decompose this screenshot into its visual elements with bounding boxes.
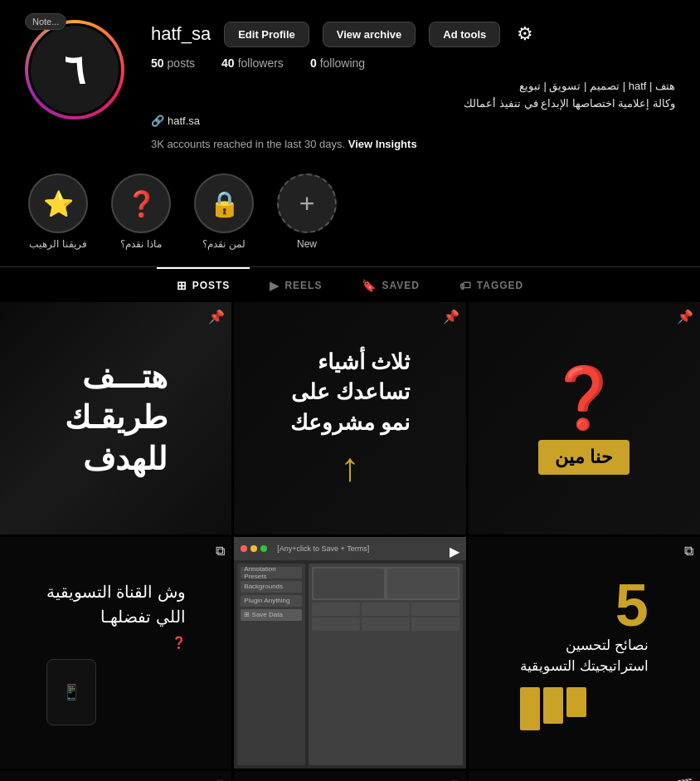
ps-item-4: ⊞ Save Data bbox=[241, 609, 301, 621]
tagged-tab-label: TAGGED bbox=[477, 280, 523, 291]
tab-reels[interactable]: ▶ REELS bbox=[250, 267, 342, 302]
followers-count: 40 bbox=[221, 56, 235, 70]
highlight-label-new: New bbox=[297, 238, 317, 250]
followers-stat[interactable]: 40 followers bbox=[221, 56, 284, 70]
highlight-label-2: ماذا نقدم؟ bbox=[120, 238, 161, 250]
multi-icon-4: ⧉ bbox=[216, 544, 225, 559]
post-3-content: ❓ حنا مين bbox=[538, 302, 630, 534]
avatar: ٦ bbox=[28, 23, 121, 116]
insights-row: 3K accounts reached in the last 30 days.… bbox=[151, 138, 675, 150]
tab-posts[interactable]: ⊞ POSTS bbox=[157, 267, 250, 302]
saved-tab-label: SAVED bbox=[382, 280, 419, 291]
post-1-text: هتـــفطريقـكللهدف bbox=[65, 357, 168, 480]
post-1-inner: هتـــفطريقـكللهدف bbox=[0, 302, 231, 534]
post-9-content: 📢 bbox=[469, 771, 700, 781]
posts-tab-label: POSTS bbox=[192, 280, 231, 291]
multi-icon-9: 🎬 bbox=[677, 778, 693, 781]
post-9-inner: 📢 bbox=[469, 771, 700, 781]
highlight-item-new[interactable]: + New bbox=[274, 173, 340, 250]
post-6-number: 5 bbox=[520, 575, 649, 635]
ps-layers-panel: Annotation Presets Backgrounds Plugin An… bbox=[237, 564, 304, 765]
post-8[interactable]: مستقل mostaql.com ⧉ bbox=[234, 771, 465, 781]
ad-tools-button[interactable]: Ad tools bbox=[429, 22, 500, 47]
followers-label: followers bbox=[238, 56, 284, 70]
post-2-text: ثلاث أشياءتساعدك علىنمو مشروعك bbox=[290, 347, 410, 437]
post-4[interactable]: وش القناة التسويقيةاللي تفضلهـا ❓ 📱 ⧉ bbox=[0, 537, 231, 769]
posts-stat[interactable]: 50 posts bbox=[151, 56, 195, 70]
post-8-content: مستقل mostaql.com bbox=[234, 771, 465, 781]
post-6-graphic bbox=[520, 687, 649, 730]
avatar-ring: ٦ bbox=[25, 20, 124, 120]
highlight-label-1: فريقنا الرهيب bbox=[29, 238, 86, 250]
post-6-text: نصائح لتحسيناستراتيجيتك التسويقية bbox=[520, 635, 649, 677]
posts-label: posts bbox=[168, 56, 195, 70]
post-4-icon: ❓ bbox=[46, 636, 186, 649]
ps-item-1: Annotation Presets bbox=[241, 567, 301, 578]
highlight-circle-1: ⭐ bbox=[28, 173, 88, 233]
post-4-text: وش القناة التسويقيةاللي تفضلهـا bbox=[46, 579, 186, 629]
post-6-content: 5 نصائح لتحسيناستراتيجيتك التسويقية bbox=[507, 537, 662, 769]
note-badge[interactable]: Note... bbox=[25, 13, 66, 30]
username: hatf_sa bbox=[151, 23, 211, 45]
saved-tab-icon: 🔖 bbox=[362, 279, 377, 292]
post-2-arrow: ↑ bbox=[290, 444, 410, 490]
tab-saved[interactable]: 🔖 SAVED bbox=[342, 267, 439, 302]
post-6-inner: 5 نصائح لتحسيناستراتيجيتك التسويقية bbox=[469, 537, 700, 769]
post-5-inner: [Any+click to Save + Terms] Annotation P… bbox=[234, 537, 465, 769]
settings-icon[interactable]: ⚙ bbox=[513, 20, 537, 48]
pin-icon-3: 📌 bbox=[677, 309, 693, 325]
post-6[interactable]: 5 نصائح لتحسيناستراتيجيتك التسويقية ⧉ bbox=[469, 537, 700, 769]
pin-icon-1: 📌 bbox=[208, 309, 225, 325]
highlight-circle-new: + bbox=[277, 173, 337, 233]
profile-header: Note... ٦ hatf_sa Edit Profile View arch… bbox=[0, 0, 700, 164]
stats-row: 50 posts 40 followers 0 following bbox=[151, 56, 675, 70]
highlight-label-3: لمن نقدم؟ bbox=[202, 238, 245, 250]
post-2[interactable]: ثلاث أشياءتساعدك علىنمو مشروعك ↑ 📌 bbox=[234, 302, 465, 534]
bio-line2: وكالة إعلامية اختصاصها الإبداع في تنفيذ … bbox=[151, 95, 675, 113]
ps-filename: [Any+click to Save + Terms] bbox=[277, 544, 369, 553]
following-count: 0 bbox=[310, 56, 317, 70]
post-5-content: [Any+click to Save + Terms] Annotation P… bbox=[234, 537, 465, 769]
post-7-inner: خدمات هتف شريك الاستراتيجيفي نجاح نشاطك … bbox=[0, 771, 231, 781]
post-1[interactable]: هتـــفطريقـكللهدف 📌 bbox=[0, 302, 231, 534]
post-8-inner: مستقل mostaql.com bbox=[234, 771, 465, 781]
post-4-content: وش القناة التسويقيةاللي تفضلهـا ❓ 📱 bbox=[33, 566, 199, 739]
bio-website[interactable]: 🔗 hatf.sa bbox=[151, 113, 675, 130]
post-5[interactable]: [Any+click to Save + Terms] Annotation P… bbox=[234, 537, 465, 769]
tabs-section: ⊞ POSTS ▶ REELS 🔖 SAVED 🏷 TAGGED bbox=[0, 266, 700, 302]
post-3-question: ❓ bbox=[547, 363, 621, 433]
profile-top-row: hatf_sa Edit Profile View archive Ad too… bbox=[151, 20, 675, 48]
avatar-container: Note... ٦ bbox=[25, 20, 124, 120]
following-stat[interactable]: 0 following bbox=[310, 56, 365, 70]
ps-item-3: Plugin Anything bbox=[241, 595, 301, 607]
posts-tab-icon: ⊞ bbox=[177, 279, 187, 292]
ps-toolbar: [Any+click to Save + Terms] bbox=[234, 537, 465, 560]
multi-icon-6: ⧉ bbox=[684, 544, 693, 559]
video-icon-5: ▶ bbox=[450, 544, 459, 559]
posts-grid: هتـــفطريقـكللهدف 📌 ثلاث أشياءتساعدك على… bbox=[0, 302, 700, 781]
highlight-item-2[interactable]: ❓ ماذا نقدم؟ bbox=[108, 173, 174, 250]
post-1-content: هتـــفطريقـكللهدف bbox=[51, 344, 181, 493]
post-3-inner: ❓ حنا مين bbox=[469, 302, 700, 534]
ps-canvas bbox=[309, 564, 463, 765]
post-4-inner: وش القناة التسويقيةاللي تفضلهـا ❓ 📱 bbox=[0, 537, 231, 769]
multi-icon-8: ⧉ bbox=[450, 778, 459, 781]
posts-count: 50 bbox=[151, 56, 164, 70]
highlight-circle-2: ❓ bbox=[111, 173, 171, 233]
tagged-tab-icon: 🏷 bbox=[459, 279, 472, 292]
highlight-item-1[interactable]: ⭐ فريقنا الرهيب bbox=[25, 173, 91, 250]
view-insights-link[interactable]: View Insights bbox=[348, 138, 417, 150]
post-3[interactable]: ❓ حنا مين 📌 bbox=[469, 302, 700, 534]
view-archive-button[interactable]: View archive bbox=[323, 22, 416, 47]
highlight-item-3[interactable]: 🔒 لمن نقدم؟ bbox=[191, 173, 257, 250]
post-3-banner: حنا مين bbox=[538, 440, 630, 475]
bio-section: هتف | hatf | تصميم | تسويق | تبويع وكالة… bbox=[151, 78, 675, 129]
tab-tagged[interactable]: 🏷 TAGGED bbox=[440, 267, 543, 302]
post-9[interactable]: 📢 🎬 bbox=[469, 771, 700, 781]
highlight-circle-3: 🔒 bbox=[194, 173, 254, 233]
ps-panel: Annotation Presets Backgrounds Plugin An… bbox=[234, 560, 465, 769]
edit-profile-button[interactable]: Edit Profile bbox=[224, 22, 309, 47]
following-label: following bbox=[320, 56, 365, 70]
profile-info: hatf_sa Edit Profile View archive Ad too… bbox=[151, 20, 675, 150]
post-7[interactable]: خدمات هتف شريك الاستراتيجيفي نجاح نشاطك … bbox=[0, 771, 231, 781]
